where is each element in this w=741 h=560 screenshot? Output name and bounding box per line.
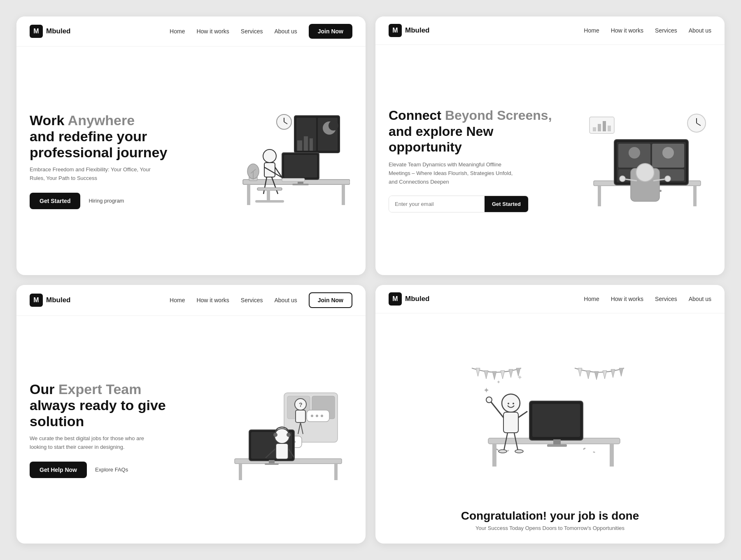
illustration-2 <box>577 107 709 214</box>
illustration-1 <box>218 107 350 215</box>
hero-illus-3: ? <box>215 376 352 483</box>
svg-point-69 <box>316 415 318 417</box>
svg-rect-12 <box>247 184 250 205</box>
logo-icon-4: M <box>389 292 402 306</box>
svg-rect-102 <box>610 444 614 467</box>
hero-illus-2 <box>574 107 711 214</box>
nav-about-2[interactable]: About us <box>689 27 711 34</box>
svg-rect-104 <box>532 404 580 437</box>
svg-point-121 <box>499 450 507 453</box>
svg-marker-88 <box>476 368 480 376</box>
svg-rect-6 <box>304 136 308 151</box>
nav-links-1: Home How it works Services About us Join… <box>170 24 352 39</box>
svg-point-112 <box>502 394 520 412</box>
svg-point-113 <box>508 403 509 404</box>
svg-rect-101 <box>492 444 496 467</box>
svg-text:✦: ✦ <box>496 379 501 385</box>
svg-point-70 <box>321 415 323 417</box>
hero-illus-1 <box>215 107 352 215</box>
svg-rect-85 <box>276 443 288 459</box>
card4-heading: Congratulation! your job is done <box>461 509 639 523</box>
svg-point-83 <box>273 433 277 437</box>
svg-rect-58 <box>608 126 611 131</box>
cta-secondary-1[interactable]: Hiring program <box>89 198 124 204</box>
logo-3: M Mbuled <box>30 294 71 307</box>
svg-point-49 <box>620 176 625 182</box>
join-button-3[interactable]: Join Now <box>309 292 352 308</box>
heading-rest-2: and explore New opportunity <box>389 124 493 154</box>
email-input-2[interactable] <box>389 196 485 212</box>
svg-marker-90 <box>492 371 496 380</box>
nav-about-3[interactable]: About us <box>275 297 297 303</box>
hero-body-1: Work Anywhere and redefine your professi… <box>16 47 366 275</box>
hero-text-3: Our Expert Team always ready to give sol… <box>30 381 207 478</box>
svg-point-68 <box>311 415 313 417</box>
nav-how-2[interactable]: How it works <box>611 27 643 34</box>
nav-home-2[interactable]: Home <box>584 27 599 34</box>
nav-how-4[interactable]: How it works <box>611 296 643 302</box>
svg-rect-106 <box>547 444 567 447</box>
hero-body-4: ✦ ✦ ✦ Congratulation! your job is done Y… <box>375 313 725 544</box>
hero-subtext-1: Embrace Freedom and Flexibility: Your Of… <box>30 166 161 183</box>
card4-text: Congratulation! your job is done Your Su… <box>461 509 639 531</box>
heading-rest-3: always ready to give solution <box>30 397 166 429</box>
nav-about-4[interactable]: About us <box>689 296 711 302</box>
navbar-4: M Mbuled Home How it works Services Abou… <box>375 285 725 313</box>
nav-home-4[interactable]: Home <box>584 296 599 302</box>
svg-marker-98 <box>611 369 615 378</box>
nav-home-3[interactable]: Home <box>170 297 185 303</box>
card-2: M Mbuled Home How it works Services Abou… <box>375 16 725 275</box>
nav-services-1[interactable]: Services <box>241 28 263 35</box>
email-submit-2[interactable]: Get Started <box>485 196 528 212</box>
svg-rect-7 <box>310 138 313 151</box>
svg-rect-13 <box>342 184 345 205</box>
heading-normal-2: Connect <box>389 108 445 123</box>
svg-rect-57 <box>603 121 606 131</box>
svg-rect-15 <box>284 155 317 177</box>
logo-text-1: Mbuled <box>46 27 71 35</box>
heading-normal-3: Our <box>30 381 58 397</box>
svg-rect-55 <box>593 127 596 131</box>
hero-heading-1: Work Anywhere and redefine your professi… <box>30 112 207 161</box>
illustration-3: ? <box>218 376 350 483</box>
svg-point-41 <box>629 147 640 159</box>
card4-subtext: Your Success Today Opens Doors to Tomorr… <box>461 525 639 531</box>
email-form-2: Get Started <box>389 196 529 212</box>
navbar-3: M Mbuled Home How it works Services Abou… <box>16 285 366 316</box>
svg-rect-115 <box>503 412 518 433</box>
hero-actions-3: Get Help Now Explore FAQs <box>30 462 207 478</box>
svg-rect-105 <box>553 439 561 445</box>
nav-home-1[interactable]: Home <box>170 28 185 35</box>
svg-rect-34 <box>693 186 697 206</box>
hero-text-1: Work Anywhere and redefine your professi… <box>30 112 207 209</box>
svg-rect-33 <box>598 186 601 206</box>
nav-how-3[interactable]: How it works <box>196 297 229 303</box>
nav-services-3[interactable]: Services <box>241 297 263 303</box>
navbar-1: M Mbuled Home How it works Services Abou… <box>16 16 366 47</box>
hero-heading-2: Connect Beyond Screens, and explore New … <box>389 107 566 155</box>
svg-marker-92 <box>509 369 513 378</box>
join-button-1[interactable]: Join Now <box>309 24 352 39</box>
nav-services-4[interactable]: Services <box>655 296 677 302</box>
svg-point-4 <box>329 121 338 131</box>
svg-text:?: ? <box>299 401 303 408</box>
nav-services-2[interactable]: Services <box>655 27 677 34</box>
cta-secondary-3[interactable]: Explore FAQs <box>95 467 128 473</box>
navbar-2: M Mbuled Home How it works Services Abou… <box>375 16 725 45</box>
svg-point-18 <box>263 149 276 163</box>
heading-accent-2: Beyond Screens, <box>445 108 552 123</box>
nav-about-1[interactable]: About us <box>275 28 297 35</box>
cta-primary-3[interactable]: Get Help Now <box>30 462 87 478</box>
svg-rect-81 <box>265 463 279 465</box>
logo-text-2: Mbuled <box>405 26 430 35</box>
svg-rect-108 <box>507 450 509 452</box>
svg-marker-96 <box>594 371 599 380</box>
hero-text-2: Connect Beyond Screens, and explore New … <box>389 107 566 212</box>
logo-1: M Mbuled <box>30 25 71 38</box>
nav-links-4: Home How it works Services About us <box>584 296 711 302</box>
cta-primary-1[interactable]: Get Started <box>30 193 80 209</box>
svg-marker-95 <box>586 371 590 379</box>
svg-marker-91 <box>501 371 505 379</box>
logo-icon-3: M <box>30 294 43 307</box>
nav-how-1[interactable]: How it works <box>196 28 229 35</box>
